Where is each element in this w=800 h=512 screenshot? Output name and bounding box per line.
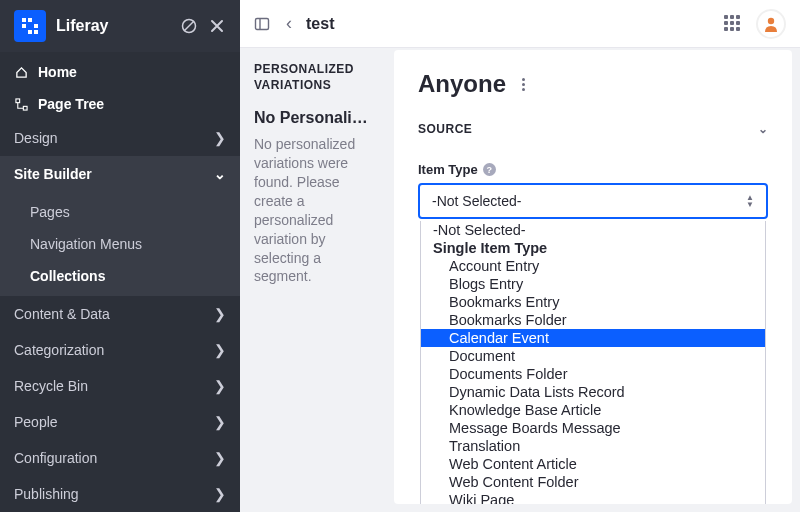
chevron-right-icon: ❯ — [214, 450, 226, 466]
nav-subsection-site-builder: Pages Navigation Menus Collections — [0, 192, 240, 296]
nav-item-collections[interactable]: Collections — [0, 260, 240, 292]
content: PERSONALIZED VARIATIONS No Personali… No… — [240, 48, 800, 512]
help-icon[interactable]: ? — [483, 163, 496, 176]
tree-icon — [14, 98, 28, 111]
nav-section-configuration[interactable]: Configuration❯ — [0, 440, 240, 476]
option-blogs-entry[interactable]: Blogs Entry — [421, 275, 765, 293]
home-icon — [14, 66, 28, 79]
svg-rect-9 — [23, 106, 27, 110]
option-not-selected[interactable]: -Not Selected- — [421, 221, 765, 239]
user-avatar[interactable] — [756, 9, 786, 39]
select-value: -Not Selected- — [432, 193, 746, 209]
option-message-boards-message[interactable]: Message Boards Message — [421, 419, 765, 437]
svg-rect-4 — [28, 30, 32, 34]
option-web-content-folder[interactable]: Web Content Folder — [421, 473, 765, 491]
select-arrows-icon: ▲▼ — [746, 194, 754, 208]
svg-point-12 — [768, 17, 774, 23]
optgroup-single: Single Item Type — [421, 239, 765, 257]
option-dynamic-data-lists-record[interactable]: Dynamic Data Lists Record — [421, 383, 765, 401]
option-account-entry[interactable]: Account Entry — [421, 257, 765, 275]
chevron-right-icon: ❯ — [214, 378, 226, 394]
nav-page-tree[interactable]: Page Tree — [0, 88, 240, 120]
nav-section-design[interactable]: Design❯ — [0, 120, 240, 156]
chevron-down-icon: ⌄ — [214, 166, 226, 182]
nav-item-navigation-menus[interactable]: Navigation Menus — [0, 228, 240, 260]
item-type-label: Item Type ? — [418, 162, 768, 177]
chevron-right-icon: ❯ — [214, 414, 226, 430]
option-web-content-article[interactable]: Web Content Article — [421, 455, 765, 473]
close-icon[interactable] — [208, 17, 226, 35]
svg-rect-2 — [22, 24, 26, 28]
variations-heading: PERSONALIZED VARIATIONS — [254, 62, 382, 93]
svg-rect-10 — [256, 18, 269, 29]
card-header: Anyone — [418, 70, 768, 98]
nav-page-tree-label: Page Tree — [38, 96, 226, 112]
option-bookmarks-folder[interactable]: Bookmarks Folder — [421, 311, 765, 329]
svg-line-7 — [184, 21, 194, 31]
chevron-right-icon: ❯ — [214, 486, 226, 502]
apps-icon[interactable] — [724, 15, 742, 33]
compass-icon[interactable] — [180, 17, 198, 35]
item-type-dropdown: -Not Selected-Single Item TypeAccount En… — [420, 221, 766, 504]
option-knowledge-base-article[interactable]: Knowledge Base Article — [421, 401, 765, 419]
topbar: ‹ test — [240, 0, 800, 48]
main: ‹ test PERSONALIZED VARIATIONS No Person… — [240, 0, 800, 512]
option-calendar-event[interactable]: Calendar Event — [421, 329, 765, 347]
option-bookmarks-entry[interactable]: Bookmarks Entry — [421, 293, 765, 311]
chevron-right-icon: ❯ — [214, 306, 226, 322]
source-label: SOURCE — [418, 122, 472, 136]
source-section-header[interactable]: SOURCE ⌄ — [418, 122, 768, 136]
chevron-right-icon: ❯ — [214, 342, 226, 358]
svg-rect-3 — [34, 24, 38, 28]
item-type-select[interactable]: -Not Selected- ▲▼ -Not Selected-Single I… — [418, 183, 768, 219]
svg-rect-1 — [28, 18, 32, 22]
nav-section-people[interactable]: People❯ — [0, 404, 240, 440]
nav-home[interactable]: Home — [0, 56, 240, 88]
nav-section-categorization[interactable]: Categorization❯ — [0, 332, 240, 368]
svg-rect-5 — [34, 30, 38, 34]
nav-section-publishing[interactable]: Publishing❯ — [0, 476, 240, 512]
variations-panel: PERSONALIZED VARIATIONS No Personali… No… — [240, 48, 392, 512]
option-documents-folder[interactable]: Documents Folder — [421, 365, 765, 383]
sidebar: Liferay Home Page Tree Design❯ Site Buil… — [0, 0, 240, 512]
collection-card: Anyone SOURCE ⌄ Item Type ? -Not Selecte… — [394, 50, 792, 504]
kebab-menu-icon[interactable] — [518, 74, 529, 95]
option-wiki-page[interactable]: Wiki Page — [421, 491, 765, 504]
chevron-right-icon: ❯ — [214, 130, 226, 146]
variations-body: No personalized variations were found. P… — [254, 135, 382, 286]
brand-logo — [14, 10, 46, 42]
option-document[interactable]: Document — [421, 347, 765, 365]
option-translation[interactable]: Translation — [421, 437, 765, 455]
svg-rect-0 — [22, 18, 26, 22]
nav-section-site-builder[interactable]: Site Builder⌄ — [0, 156, 240, 192]
nav-home-label: Home — [38, 64, 226, 80]
variations-title: No Personali… — [254, 109, 382, 127]
chevron-down-icon: ⌄ — [758, 122, 769, 136]
nav-section-recycle-bin[interactable]: Recycle Bin❯ — [0, 368, 240, 404]
brand-bar: Liferay — [0, 0, 240, 52]
panel-toggle-icon[interactable] — [254, 16, 270, 32]
page-title: test — [306, 15, 710, 33]
nav-item-pages[interactable]: Pages — [0, 196, 240, 228]
svg-rect-8 — [15, 98, 19, 102]
nav-section-content-data[interactable]: Content & Data❯ — [0, 296, 240, 332]
card-title: Anyone — [418, 70, 506, 98]
nav: Home Page Tree Design❯ Site Builder⌄ Pag… — [0, 52, 240, 512]
brand-name: Liferay — [56, 17, 170, 35]
back-button[interactable]: ‹ — [286, 13, 292, 34]
